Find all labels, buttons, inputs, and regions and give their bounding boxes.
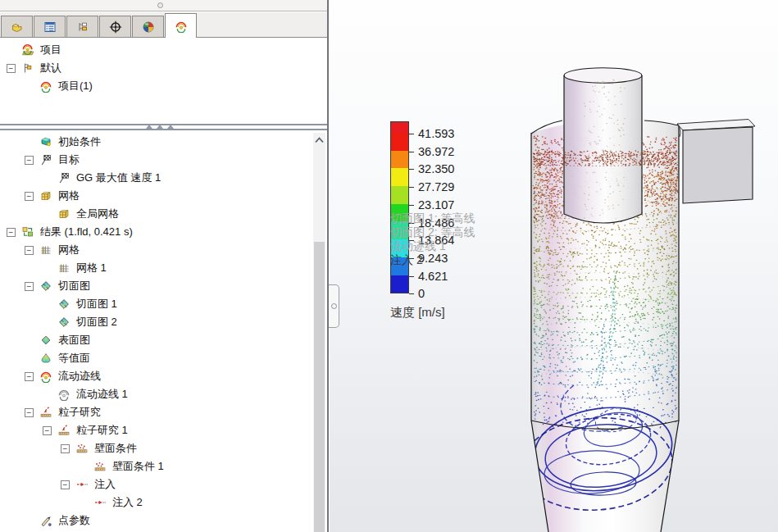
dimxpert-icon [109, 20, 122, 34]
tab-feature-manager[interactable] [34, 16, 66, 37]
flow-simulation-icon [175, 20, 188, 33]
legend-tick [409, 134, 414, 134]
tree-expander[interactable]: − [61, 480, 75, 489]
tree-item[interactable]: − 默认 [0, 59, 314, 77]
legend-segment [391, 151, 408, 169]
tree-item-label: 壁面条件 [91, 441, 137, 456]
tree-item-label: 项目 [37, 43, 61, 57]
tree-item[interactable]: 项目 [0, 41, 314, 59]
legend-segment [391, 133, 408, 151]
graphics-viewport[interactable]: 41.59336.97232.35027.72923.10718.48613.8… [330, 0, 778, 532]
feature-manager-icon [43, 20, 57, 34]
tree-item[interactable]: − 目标 [0, 151, 314, 169]
splitter-grip-icon [146, 125, 174, 129]
tree-expander[interactable]: − [61, 444, 75, 453]
vortex-finder-pipe [564, 68, 642, 223]
tree-item[interactable]: − 切面图 [0, 277, 314, 295]
tree-expander[interactable]: − [43, 426, 57, 435]
analysis-tree: 初始条件 − 目标 GG 最大值 速度 1 − 网格 全局网格 − 结果 (1.… [0, 133, 314, 530]
project-tree: 项目 − 默认 项目(1) [0, 41, 314, 95]
tree-item-label: 结果 (1.fld, 0.421 s) [37, 225, 133, 239]
annotation-line: 切面图 2: 等高线 [390, 225, 475, 239]
legend-title: 速度 [m/s] [390, 305, 445, 321]
tree-item-label: 注入 2 [109, 495, 143, 510]
tree-splitter[interactable] [0, 124, 327, 130]
tree-expander[interactable]: − [7, 64, 21, 73]
tree-item-label: 壁面条件 1 [109, 459, 164, 474]
result-mesh-icon [39, 243, 55, 257]
panel-splitter-handle[interactable] [329, 284, 339, 328]
tree-item[interactable]: 全局网格 [0, 205, 314, 223]
splitter-handle-dot [331, 303, 337, 309]
legend-colorbar[interactable] [390, 121, 409, 293]
tab-flow-simulation[interactable] [165, 13, 197, 38]
tree-item-label: 点参数 [55, 513, 90, 528]
legend-tick [409, 293, 414, 294]
tree-item-label: 网格 [55, 243, 80, 257]
tree-item-label: 粒子研究 1 [73, 423, 128, 438]
panel-collapse-dot[interactable] [157, 2, 163, 8]
tree-item-label: 表面图 [55, 333, 90, 348]
panel-top-strip [0, 0, 327, 11]
scrollbar-thumb[interactable] [314, 242, 325, 532]
tree-item[interactable]: 网格 1 [0, 259, 314, 277]
tab-dimxpert[interactable] [99, 16, 131, 37]
tree-item[interactable]: 初始条件 [0, 133, 314, 151]
tab-part[interactable] [1, 16, 33, 37]
tree-expander[interactable]: − [25, 156, 39, 165]
default-config-icon [21, 61, 37, 75]
point-parameters-icon [39, 514, 55, 527]
legend-tick-label: 27.729 [418, 180, 454, 193]
tree-scrollbar[interactable] [313, 133, 325, 532]
legend-tick [409, 276, 414, 277]
cut-plot-icon [57, 298, 73, 311]
tree-expander[interactable]: − [25, 408, 39, 417]
tree-item[interactable]: − 结果 (1.fld, 0.421 s) [0, 223, 314, 241]
tree-item-label: 流动迹线 1 [73, 387, 128, 402]
tree-item[interactable]: GG 最大值 速度 1 [0, 169, 314, 187]
tree-item[interactable]: − 粒子研究 1 [0, 421, 314, 439]
tree-item[interactable]: 切面图 1 [0, 295, 314, 313]
tree-item-label: 切面图 1 [73, 297, 117, 311]
tree-expander[interactable]: − [25, 372, 39, 381]
legend-segment [391, 275, 408, 293]
tree-item[interactable]: 壁面条件 1 [0, 457, 314, 475]
tree-item[interactable]: − 壁面条件 [0, 439, 314, 457]
tree-expander[interactable]: − [25, 246, 39, 255]
tree-expander[interactable]: − [7, 228, 21, 237]
tree-item-label: 流动迹线 [55, 369, 101, 384]
annotation-line: 流动迹线 1 [390, 239, 475, 253]
flow-project-icon [39, 80, 55, 93]
tree-item[interactable]: 表面图 [0, 331, 314, 349]
cut-plot-icon [57, 316, 73, 329]
tree-item[interactable]: 切面图 2 [0, 313, 314, 331]
scroll-up-icon[interactable] [313, 133, 325, 148]
initial-conditions-icon [39, 135, 55, 148]
tree-item[interactable]: 点参数 [0, 512, 314, 530]
tree-item[interactable]: 项目(1) [0, 77, 314, 95]
tree-item[interactable]: − 网格 [0, 187, 314, 205]
injection-icon [75, 478, 91, 491]
tree-item-label: 切面图 [55, 279, 90, 293]
inlet-duct [677, 120, 755, 204]
tree-expander[interactable]: − [25, 282, 39, 291]
tree-item[interactable]: 等值面 [0, 349, 314, 367]
wall-condition-icon [93, 460, 109, 473]
tree-item[interactable]: − 流动迹线 [0, 367, 314, 385]
tree-item[interactable]: 流动迹线 1 [0, 385, 314, 403]
tree-item[interactable]: − 粒子研究 [0, 403, 314, 421]
tree-expander[interactable]: − [25, 192, 39, 201]
tab-display-manager[interactable] [132, 16, 164, 37]
tree-item[interactable]: − 注入 [0, 475, 314, 493]
tab-configuration-manager[interactable] [66, 16, 98, 37]
legend-tick-label: 4.621 [418, 269, 448, 282]
annotation-line: 注入 2 [390, 253, 475, 267]
mesh-icon [57, 207, 73, 221]
flow-trajectories-icon [39, 370, 55, 383]
tree-item-label: 项目(1) [55, 79, 93, 93]
legend-tick [409, 205, 414, 206]
particle-study-icon [39, 406, 55, 419]
tree-item[interactable]: − 网格 [0, 241, 314, 259]
manager-tab-bar [0, 12, 327, 38]
tree-item[interactable]: 注入 2 [0, 493, 314, 512]
